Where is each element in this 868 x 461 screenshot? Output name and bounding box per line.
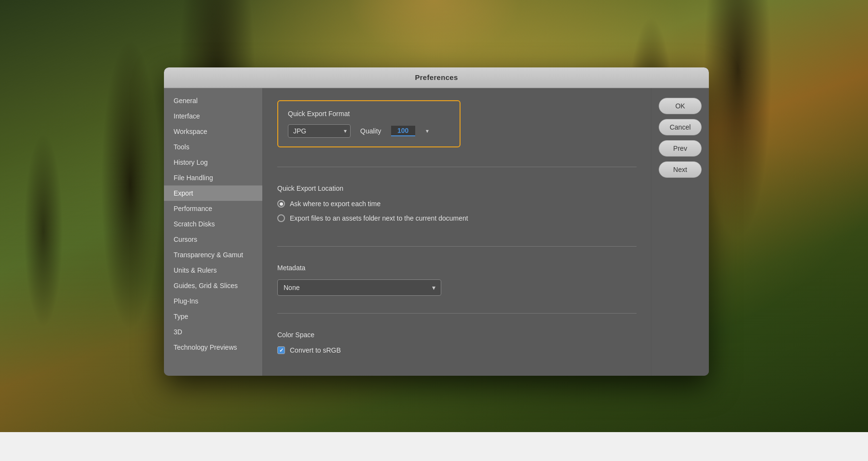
convert-srgb-option[interactable]: Convert to sRGB <box>277 346 637 354</box>
qel-section-label: Quick Export Location <box>277 184 637 193</box>
quick-export-location-section: Quick Export Location Ask where to expor… <box>277 177 637 237</box>
metadata-select-wrapper: None Copyright Copyright and Contact Inf… <box>277 279 441 296</box>
metadata-section-label: Metadata <box>277 264 637 273</box>
sidebar-item-guides-grid-slices[interactable]: Guides, Grid & Slices <box>164 278 262 293</box>
metadata-select[interactable]: None Copyright Copyright and Contact Inf… <box>277 279 441 296</box>
radio-ask-label: Ask where to export each time <box>290 200 380 208</box>
sidebar-item-history-log[interactable]: History Log <box>164 155 262 170</box>
radio-assets[interactable]: Export files to an assets folder next to… <box>277 214 637 222</box>
sidebar-item-workspace[interactable]: Workspace <box>164 124 262 139</box>
next-button[interactable]: Next <box>659 161 702 178</box>
sidebar-item-units-rulers[interactable]: Units & Rulers <box>164 263 262 278</box>
sidebar-item-interface[interactable]: Interface <box>164 108 262 124</box>
sidebar-item-general[interactable]: General <box>164 93 262 108</box>
dialog-body: General Interface Workspace Tools Histor… <box>164 88 709 376</box>
sidebar-item-tools[interactable]: Tools <box>164 139 262 155</box>
sidebar-item-scratch-disks[interactable]: Scratch Disks <box>164 216 262 232</box>
quality-input-wrapper <box>391 126 415 136</box>
dialog-title: Preferences <box>415 73 458 81</box>
dialog-titlebar: Preferences <box>164 67 709 88</box>
dialog-buttons: OK Cancel Prev Next <box>651 88 709 376</box>
dialog-container: Preferences General Interface Workspace … <box>164 67 868 461</box>
quality-input[interactable] <box>391 126 415 136</box>
metadata-section: Metadata None Copyright Copyright and Co… <box>277 256 637 303</box>
sidebar-item-transparency-gamut[interactable]: Transparency & Gamut <box>164 247 262 263</box>
divider-1 <box>277 167 637 167</box>
quality-dropdown-button[interactable]: ▾ <box>425 127 430 135</box>
cancel-button[interactable]: Cancel <box>659 119 702 135</box>
radio-ask-button[interactable] <box>277 200 285 208</box>
preferences-dialog: Preferences General Interface Workspace … <box>164 67 709 376</box>
sidebar: General Interface Workspace Tools Histor… <box>164 88 263 376</box>
convert-srgb-label: Convert to sRGB <box>290 346 341 354</box>
convert-srgb-checkbox[interactable] <box>277 346 285 354</box>
sidebar-item-export[interactable]: Export <box>164 185 262 201</box>
radio-assets-label: Export files to an assets folder next to… <box>290 214 468 222</box>
quick-export-format-box: Quick Export Format JPG PNG GIF SVG Qual… <box>277 100 461 147</box>
color-space-label: Color Space <box>277 331 637 340</box>
ok-button[interactable]: OK <box>659 98 702 114</box>
divider-2 <box>277 246 637 247</box>
quality-label: Quality <box>360 127 381 135</box>
main-content: Quick Export Format JPG PNG GIF SVG Qual… <box>263 88 651 376</box>
radio-assets-button[interactable] <box>277 214 285 222</box>
sidebar-item-technology-previews[interactable]: Technology Previews <box>164 340 262 355</box>
color-space-section: Color Space Convert to sRGB <box>277 323 637 362</box>
qef-controls: JPG PNG GIF SVG Quality ▾ <box>288 124 450 138</box>
format-select-wrapper: JPG PNG GIF SVG <box>288 124 351 138</box>
qef-section-label: Quick Export Format <box>288 110 450 118</box>
sidebar-item-type[interactable]: Type <box>164 309 262 324</box>
sidebar-item-file-handling[interactable]: File Handling <box>164 170 262 185</box>
sidebar-item-plug-ins[interactable]: Plug-Ins <box>164 293 262 309</box>
sidebar-item-cursors[interactable]: Cursors <box>164 232 262 247</box>
sidebar-item-performance[interactable]: Performance <box>164 201 262 216</box>
divider-3 <box>277 313 637 314</box>
radio-ask[interactable]: Ask where to export each time <box>277 200 637 208</box>
prev-button[interactable]: Prev <box>659 140 702 157</box>
sidebar-item-3d[interactable]: 3D <box>164 324 262 340</box>
format-select[interactable]: JPG PNG GIF SVG <box>288 124 351 138</box>
